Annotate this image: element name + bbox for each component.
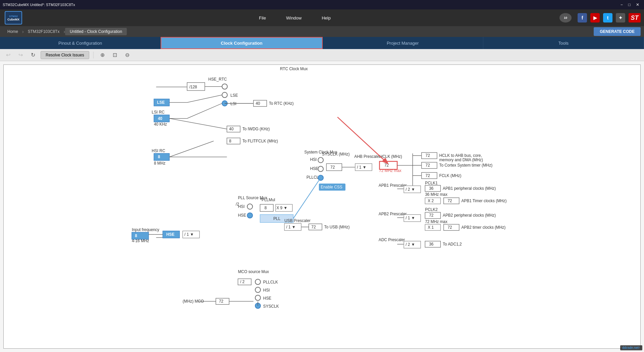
svg-text:PCLK2: PCLK2 xyxy=(425,207,438,212)
svg-text:72: 72 xyxy=(429,213,433,218)
breadcrumb-home[interactable]: Home xyxy=(3,28,22,35)
svg-text:8: 8 xyxy=(265,206,267,210)
svg-text:72: 72 xyxy=(330,165,335,170)
tab-bar: Pinout & Configuration Clock Configurati… xyxy=(0,37,644,49)
svg-text:To USB (MHz): To USB (MHz) xyxy=(324,225,350,229)
svg-text:72: 72 xyxy=(384,163,389,168)
svg-text:To ADC1,2: To ADC1,2 xyxy=(443,242,462,247)
svg-text:APB1 Prescaler: APB1 Prescaler xyxy=(379,183,407,188)
svg-text:/ 2     ▼: / 2 ▼ xyxy=(406,187,415,192)
svg-text:4-16 MHz: 4-16 MHz xyxy=(132,238,149,243)
resolve-clock-button[interactable]: Resolve Clock Issues xyxy=(41,51,89,59)
app-title: STM32CubeMX Untitled*: STM32F103C8Tx xyxy=(3,3,75,7)
svg-text:72: 72 xyxy=(219,299,223,304)
svg-text:HSI RC: HSI RC xyxy=(152,148,165,153)
version-badge: 10 xyxy=(559,13,572,23)
zoom-fit-button[interactable]: ⊡ xyxy=(110,50,120,59)
svg-line-25 xyxy=(187,95,222,102)
svg-text:40: 40 xyxy=(158,116,163,121)
watermark-text: ddcsdn.net↑ xyxy=(620,345,642,350)
svg-text:APB2 peripheral clocks (MHz): APB2 peripheral clocks (MHz) xyxy=(443,213,496,218)
svg-text:MCO source Mux: MCO source Mux xyxy=(238,269,269,274)
svg-text:Enable CSS: Enable CSS xyxy=(321,185,342,189)
menu-file[interactable]: File xyxy=(249,13,276,23)
svg-text:HSE: HSE xyxy=(263,296,271,301)
minimize-button[interactable]: − xyxy=(619,2,625,8)
svg-text:To Cortex System timer (MHz): To Cortex System timer (MHz) xyxy=(439,163,492,168)
svg-text:HSE: HSE xyxy=(166,232,174,237)
svg-text:36: 36 xyxy=(429,186,434,191)
svg-text:36: 36 xyxy=(429,242,434,247)
facebook-icon[interactable]: f xyxy=(578,13,587,23)
svg-text:HSI: HSI xyxy=(310,157,317,162)
svg-text:HSE_RTC: HSE_RTC xyxy=(208,77,227,82)
svg-text:36 MHz max: 36 MHz max xyxy=(425,192,447,197)
logo-bottom: CubeMX xyxy=(7,18,19,21)
tab-project[interactable]: Project Manager xyxy=(323,37,483,49)
menu-help[interactable]: Help xyxy=(312,13,341,23)
svg-point-144 xyxy=(255,295,261,301)
svg-text:memory and DMA (MHz): memory and DMA (MHz) xyxy=(439,158,483,162)
st-logo-icon[interactable]: ST xyxy=(629,13,641,23)
breadcrumb-chip[interactable]: STM32F103C8Tx xyxy=(24,28,64,35)
twitter-icon[interactable]: t xyxy=(603,13,612,23)
svg-text:8: 8 xyxy=(158,155,160,159)
toolbar: ↩ ↪ ↻ Resolve Clock Issues ⊕ ⊡ ⊖ xyxy=(0,49,644,61)
svg-text:72: 72 xyxy=(426,163,430,168)
svg-text:PLL: PLL xyxy=(273,216,281,221)
svg-rect-37 xyxy=(154,153,169,161)
close-button[interactable]: ✕ xyxy=(634,2,641,8)
svg-line-140 xyxy=(293,178,321,218)
svg-text:/ 2: / 2 xyxy=(240,279,245,284)
svg-text:/128: /128 xyxy=(189,85,197,89)
svg-text:X 9     ▼: X 9 ▼ xyxy=(276,206,287,210)
svg-text:40 KHz: 40 KHz xyxy=(154,122,167,127)
svg-text:HSE: HSE xyxy=(238,213,246,218)
svg-text:HSI: HSI xyxy=(263,288,270,293)
menu-window[interactable]: Window xyxy=(276,13,312,23)
svg-text:/ 1     ▼: / 1 ▼ xyxy=(286,225,296,229)
breadcrumb-bar: Home › STM32F103C8Tx › Untitled - Clock … xyxy=(0,26,644,37)
svg-text:/ 2     ▼: / 2 ▼ xyxy=(406,242,415,247)
svg-point-9 xyxy=(222,84,227,89)
svg-text:8: 8 xyxy=(229,139,231,143)
svg-text:8: 8 xyxy=(135,233,137,238)
clock-diagram: RTC Clock Mux /128 HSE_RTC LSE LSI 40 To… xyxy=(3,64,641,349)
svg-text:HCLK (MHz): HCLK (MHz) xyxy=(379,154,402,159)
menu-bar: STM32 CubeMX File Window Help 10 f ▶ t ✦… xyxy=(0,9,644,26)
undo-button[interactable]: ↩ xyxy=(3,50,13,59)
svg-text:APB2 Prescaler: APB2 Prescaler xyxy=(379,212,407,216)
youtube-icon[interactable]: ▶ xyxy=(590,13,600,23)
svg-text:/ 1     ▼: / 1 ▼ xyxy=(357,165,366,170)
maximize-button[interactable]: □ xyxy=(626,2,633,8)
svg-text:/ 1     ▼: / 1 ▼ xyxy=(184,232,194,237)
tab-tools[interactable]: Tools xyxy=(483,37,644,49)
svg-text:AHB Prescaler: AHB Prescaler xyxy=(354,154,380,159)
tab-clock[interactable]: Clock Configuration xyxy=(161,37,322,49)
svg-text:72 MHz max: 72 MHz max xyxy=(425,219,447,224)
svg-text:To RTC (KHz): To RTC (KHz) xyxy=(269,101,294,106)
svg-text:APB2 timer clocks (MHz): APB2 timer clocks (MHz) xyxy=(461,225,505,230)
svg-point-143 xyxy=(255,287,261,293)
svg-text:/ 1     ▼: / 1 ▼ xyxy=(406,216,415,220)
svg-text:Input frequency: Input frequency xyxy=(132,227,159,232)
svg-text:APB1 Timer clocks (MHz): APB1 Timer clocks (MHz) xyxy=(461,199,506,203)
breadcrumb-current[interactable]: Untitled - Clock Configuration xyxy=(65,28,127,35)
svg-point-123 xyxy=(247,204,253,209)
svg-text:72: 72 xyxy=(426,173,430,178)
refresh-button[interactable]: ↻ xyxy=(28,50,38,59)
redo-button[interactable]: ↪ xyxy=(16,50,25,59)
zoom-in-button[interactable]: ⊕ xyxy=(98,50,107,59)
zoom-out-button[interactable]: ⊖ xyxy=(122,50,132,59)
network-icon[interactable]: ✦ xyxy=(616,13,625,23)
svg-text:FCLK (MHz): FCLK (MHz) xyxy=(439,173,461,178)
svg-text:PCLK1: PCLK1 xyxy=(425,181,438,185)
generate-code-button[interactable]: GENERATE CODE xyxy=(594,27,641,36)
svg-text:HCLK to AHB bus, core,: HCLK to AHB bus, core, xyxy=(439,153,482,158)
tab-pinout[interactable]: Pinout & Configuration xyxy=(0,37,161,49)
svg-text:USB Prescaler: USB Prescaler xyxy=(284,218,311,223)
app-logo: STM32 CubeMX xyxy=(3,10,23,25)
svg-text:72: 72 xyxy=(448,225,452,230)
svg-text:PLLCLK: PLLCLK xyxy=(263,280,278,284)
svg-text:SYSCLK: SYSCLK xyxy=(263,304,279,309)
